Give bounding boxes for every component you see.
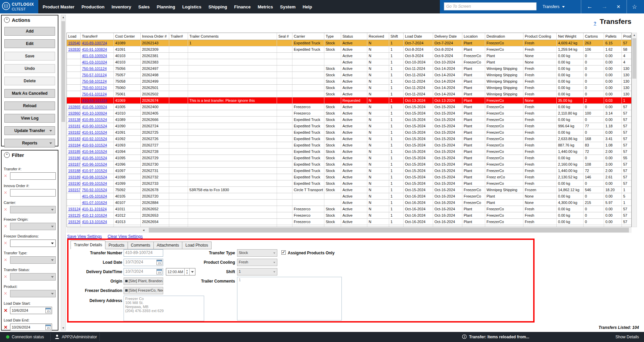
- transfer-link[interactable]: 410-96-101524: [82, 162, 107, 166]
- filter-date-input[interactable]: 10/6/202415: [10, 307, 52, 314]
- table-row[interactable]: 750-58-1011247505820262499StockActiveN1O…: [67, 78, 632, 85]
- product-cooling-dropdown[interactable]: Fresh: [237, 259, 277, 266]
- transfer-link[interactable]: 410-14-101624: [82, 226, 107, 227]
- menu-metrics[interactable]: Metrics: [258, 4, 273, 9]
- transfer-link[interactable]: 410-94-101524: [82, 149, 107, 154]
- load-link[interactable]: 193190: [68, 181, 81, 185]
- transfer-link[interactable]: 750-92-101524: [82, 188, 107, 192]
- transfer-link[interactable]: 401-03-100924: [82, 54, 107, 58]
- table-row[interactable]: 401-03-1009244010320262381ActiveN1Oct-9-…: [67, 53, 632, 59]
- column-header-cartons[interactable]: Cartons: [584, 33, 604, 40]
- column-header-seal[interactable]: Seal #: [277, 33, 292, 40]
- transfer-link[interactable]: 401-03-101024: [82, 60, 107, 64]
- show-details-button[interactable]: Show Details: [615, 332, 639, 342]
- tab-comments[interactable]: Comments: [128, 242, 154, 249]
- load-link[interactable]: 193183: [68, 137, 81, 141]
- table-row[interactable]: 750-56-1011247505620262497StockActiveN1O…: [67, 66, 632, 72]
- table-row[interactable]: 401-03-1010244010320262383ActiveN1Oct-10…: [67, 59, 632, 66]
- load-link[interactable]: 193187: [68, 162, 81, 166]
- scroll-up-icon[interactable]: ▲: [632, 34, 637, 37]
- transfer-link[interactable]: 410-90-101524: [82, 124, 107, 128]
- table-row[interactable]: 401-05-1016244010520262720ActiveN1Oct-16…: [67, 193, 632, 200]
- calendar-icon[interactable]: 15: [45, 325, 51, 330]
- column-header-product-cooling[interactable]: Product Cooling: [523, 33, 557, 40]
- table-row[interactable]: 750-61-1011247506120262502StockActiveN1O…: [67, 91, 632, 97]
- table-row[interactable]: 750-57-1011247505720262498StockActiveN1O…: [67, 72, 632, 78]
- load-link[interactable]: 193125: [68, 213, 81, 217]
- table-row[interactable]: 193183410-92-1015244109220262726Expedite…: [67, 136, 632, 142]
- menu-planning[interactable]: Planning: [157, 4, 175, 9]
- column-header-location[interactable]: Location: [462, 33, 485, 40]
- transfer-link[interactable]: 410-98-101524: [82, 175, 107, 179]
- delete-button[interactable]: Delete: [4, 77, 55, 85]
- transfer-link[interactable]: 410-13-101624: [82, 220, 107, 224]
- table-row[interactable]: 193124410-11-1016244101120262652Freezerc…: [67, 206, 632, 212]
- edit-button[interactable]: Edit: [4, 39, 55, 48]
- transfer-link[interactable]: 410-11-101624: [82, 207, 107, 211]
- transfer-link[interactable]: 401-07-101624: [82, 201, 107, 205]
- load-link[interactable]: 193127: [68, 226, 81, 227]
- clear-filter-icon[interactable]: ✕: [4, 290, 10, 298]
- column-header-carrier[interactable]: Carrier: [292, 33, 324, 40]
- table-row[interactable]: 192640410-89-10072441089202621431Expedit…: [67, 40, 632, 46]
- freezer-destination-combobox[interactable]: [Site] FreezerCo, Neep: [124, 287, 163, 294]
- clear-filter-icon[interactable]: ✕: [4, 239, 10, 247]
- collapse-filter-icon[interactable]: ⌃: [4, 152, 10, 158]
- menu-system[interactable]: System: [280, 4, 295, 9]
- column-header-load-date[interactable]: Load Date: [404, 33, 433, 40]
- table-row[interactable]: 193125410-12-1016244101220262653Freezerc…: [67, 212, 632, 219]
- filter-text-input[interactable]: [10, 172, 56, 180]
- transfer-link[interactable]: 410-93-101524: [82, 143, 107, 147]
- clear-filter-icon[interactable]: ✕: [4, 222, 10, 230]
- add-button[interactable]: Add: [4, 27, 55, 36]
- load-link[interactable]: 192830: [68, 47, 81, 51]
- load-link[interactable]: 193126: [68, 220, 81, 224]
- grid-vertical-scrollbar[interactable]: ▲: [632, 33, 637, 227]
- menu-product-master[interactable]: Product Master: [43, 4, 75, 9]
- delivery-date-input[interactable]: 10/7/2024 15: [124, 268, 163, 275]
- table-row[interactable]: 193185410-94-1015244109420262728Expedite…: [67, 148, 632, 155]
- transfer-link[interactable]: 750-56-101124: [82, 67, 107, 71]
- clear-filter-icon[interactable]: ✕: [4, 206, 10, 214]
- transfer-link[interactable]: 410-89-101524: [82, 118, 107, 122]
- tab-products[interactable]: Products: [105, 242, 128, 249]
- scrollbar-thumb[interactable]: [149, 228, 629, 232]
- menu-help[interactable]: Help: [303, 4, 312, 9]
- load-link[interactable]: 193181: [68, 124, 81, 128]
- transfer-link[interactable]: 410-05-100924: [82, 105, 107, 109]
- table-row[interactable]: 193187410-96-1015244109620262730Expedite…: [67, 161, 632, 168]
- filter-select[interactable]: [10, 256, 56, 264]
- menu-inventory[interactable]: Inventory: [111, 4, 131, 9]
- table-row[interactable]: 192860410-10-1009244101020262405Freezerc…: [67, 110, 632, 117]
- load-link[interactable]: 193185: [68, 149, 81, 154]
- menu-sales[interactable]: Sales: [138, 4, 150, 9]
- help-link[interactable]: ?: [594, 21, 596, 26]
- calendar-icon[interactable]: 15: [45, 308, 51, 313]
- load-link[interactable]: 193186: [68, 156, 81, 160]
- table-row[interactable]: 193138410-89-1015244108920262666Expedite…: [67, 117, 632, 123]
- menu-finance[interactable]: Finance: [234, 4, 250, 9]
- table-row[interactable]: 193184410-93-1015244109320262727Expedite…: [67, 142, 632, 148]
- column-header-trailer[interactable]: Trailer#: [169, 33, 188, 40]
- table-row[interactable]: 410-69-1013244106920262674This is a test…: [67, 97, 632, 104]
- load-link[interactable]: 192860: [68, 111, 81, 115]
- shift-dropdown[interactable]: 1: [237, 268, 277, 275]
- clear-filter-icon[interactable]: ✕: [4, 323, 10, 331]
- column-header-product-count[interactable]: Product Count: [622, 33, 632, 40]
- filter-text-input[interactable]: [10, 189, 56, 197]
- table-row[interactable]: 750-60-1011247506020262501StockActiveN1O…: [67, 85, 632, 91]
- table-row[interactable]: 193181410-90-1015244109020262724Expedite…: [67, 123, 632, 129]
- undo-button[interactable]: Undo: [4, 64, 55, 73]
- column-header-transfer[interactable]: Transfer#: [81, 33, 114, 40]
- clear-filter-icon[interactable]: ✕: [4, 256, 10, 264]
- assigned-products-checkbox[interactable]: ✓: [281, 250, 286, 255]
- load-link[interactable]: 193138: [68, 118, 81, 122]
- update-transfer-dropdown-button[interactable]: Update Transfer: [4, 126, 55, 135]
- screen-selector-dropdown[interactable]: Transfers: [543, 0, 565, 13]
- transfer-link[interactable]: 750-57-101124: [82, 73, 107, 77]
- menu-logistics[interactable]: Logistics: [182, 4, 201, 9]
- tab-load-photos[interactable]: Load Photos: [182, 242, 211, 249]
- column-header-status[interactable]: Status: [341, 33, 367, 40]
- transfer-link[interactable]: 750-61-101124: [82, 92, 107, 96]
- column-header-pallets[interactable]: Pallets: [604, 33, 622, 40]
